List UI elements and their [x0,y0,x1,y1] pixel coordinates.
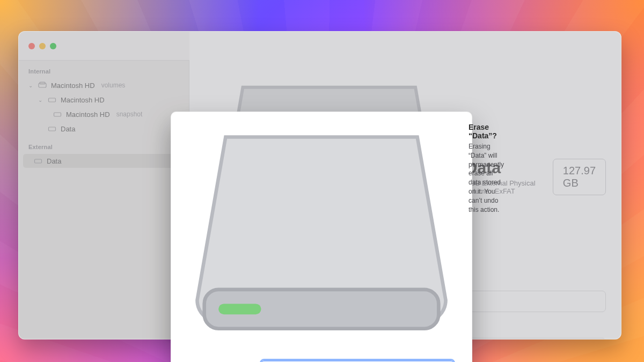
svg-rect-9 [218,304,261,314]
desktop-wallpaper: Internal ⌄ Macintosh HD volumes ⌄ Macint… [0,0,644,362]
dialog-description: Erasing “Data” will permanently erase al… [469,142,504,214]
close-window-button[interactable] [28,43,35,49]
sidebar-item-data-internal[interactable]: Data [23,122,185,136]
sidebar-item-label: Macintosh HD [61,96,105,104]
volume-stack-icon [38,81,47,90]
sidebar-item-suffix: snapshot [116,110,143,118]
sidebar-item-label: Macintosh HD [66,110,110,119]
sidebar-item-suffix: volumes [101,82,126,89]
svg-rect-3 [54,113,61,116]
sidebar-item-label: Macintosh HD [51,82,95,90]
sidebar-item-label: Data [47,157,61,165]
svg-rect-5 [35,159,42,163]
sidebar-item-macintosh-hd-container[interactable]: ⌄ Macintosh HD volumes [23,78,185,92]
minimize-window-button[interactable] [39,43,46,49]
chevron-down-icon: ⌄ [28,83,34,88]
erase-dialog: Erase “Data”? Erasing “Data” will perman… [171,112,472,362]
svg-rect-4 [49,127,56,131]
svg-rect-2 [49,98,56,102]
disk-icon [34,157,42,165]
sidebar-item-data-external[interactable]: Data [23,154,185,168]
zoom-window-button[interactable] [50,43,56,49]
disk-icon [53,110,62,119]
sidebar-item-label: Data [61,125,75,133]
traffic-lights [19,43,56,49]
sidebar-section-internal: Internal [19,61,189,78]
volume-size-box: 127.97 GB [553,159,606,195]
disk-icon [48,124,56,133]
sidebar-item-macintosh-hd[interactable]: ⌄ Macintosh HD [23,93,185,107]
drive-icon [183,123,460,350]
sidebar-item-macintosh-hd-snapshot[interactable]: Macintosh HD snapshot [23,107,185,121]
chevron-down-icon: ⌄ [38,97,43,103]
dialog-title: Erase “Data”? [469,123,504,140]
sidebar: Internal ⌄ Macintosh HD volumes ⌄ Macint… [19,32,189,339]
sidebar-section-external: External [19,136,189,153]
disk-icon [48,95,56,104]
